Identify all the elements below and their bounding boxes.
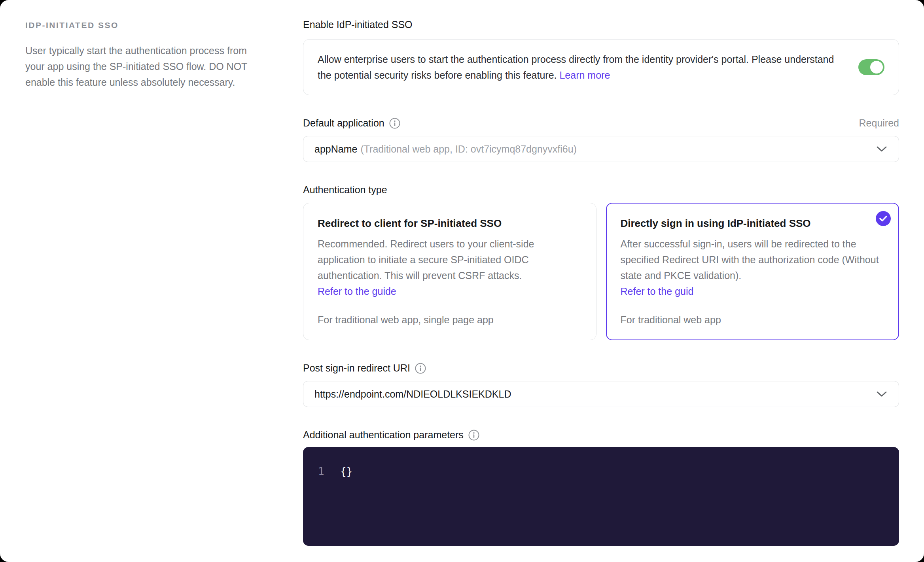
enable-idp-sso-description: Allow enterprise users to start the auth…: [318, 51, 844, 83]
select-value-secondary: (Traditional web app, ID: ovt7icymq87dgn…: [360, 143, 577, 155]
redirect-uri-select[interactable]: https://endpoint.com/NDIEOLDLKSIEKDKLD: [303, 381, 899, 407]
enable-idp-sso-label: Enable IdP-initiated SSO: [303, 19, 899, 30]
idp-sso-section: IDP-INITIATED SSO User typically start t…: [0, 0, 924, 546]
section-heading: IDP-INITIATED SSO: [25, 21, 263, 30]
default-application-section: Default application Required appName: [303, 117, 899, 162]
authentication-type-section: Authentication type Redirect to client f…: [303, 184, 899, 340]
section-content: Enable IdP-initiated SSO Allow enterpris…: [303, 19, 899, 546]
line-number: 1: [318, 464, 337, 479]
enable-idp-sso-card: Allow enterprise users to start the auth…: [303, 39, 899, 95]
settings-page: IDP-INITIATED SSO User typically start t…: [0, 0, 924, 562]
default-application-label: Default application: [303, 117, 400, 129]
code-line: 1 {}: [303, 464, 899, 479]
authentication-type-label: Authentication type: [303, 184, 899, 196]
enable-idp-sso-toggle[interactable]: [858, 59, 884, 75]
chevron-down-icon: [876, 145, 888, 153]
section-sidebar: IDP-INITIATED SSO User typically start t…: [25, 19, 263, 546]
info-icon[interactable]: [468, 430, 479, 441]
auth-option-idp-initiated[interactable]: Directly sign in using IdP-initiated SSO…: [606, 203, 899, 340]
redirect-uri-label: Post sign-in redirect URI: [303, 362, 899, 374]
toggle-knob: [870, 61, 883, 74]
auth-option-title: Redirect to client for SP-initiated SSO: [318, 217, 582, 230]
refer-guide-link[interactable]: Refer to the guid: [621, 286, 694, 297]
auth-option-footer: For traditional web app: [621, 314, 885, 326]
selected-check-icon: [876, 211, 891, 226]
refer-guide-link[interactable]: Refer to the guide: [318, 286, 396, 297]
default-application-select[interactable]: appName (Traditional web app, ID: ovt7ic…: [303, 136, 899, 162]
learn-more-link[interactable]: Learn more: [559, 70, 610, 81]
required-badge: Required: [859, 117, 899, 129]
additional-params-label: Additional authentication parameters: [303, 429, 899, 441]
info-icon[interactable]: [389, 118, 400, 129]
select-value-primary: appName: [314, 143, 357, 155]
select-value-primary: https://endpoint.com/NDIEOLDLKSIEKDKLD: [314, 388, 511, 400]
auth-option-sp-initiated[interactable]: Redirect to client for SP-initiated SSO …: [303, 203, 596, 340]
auth-option-description: Recommended. Redirect users to your clie…: [318, 236, 582, 299]
code-content[interactable]: {}: [340, 464, 352, 479]
auth-option-description: After successful sign-in, users will be …: [621, 236, 885, 299]
chevron-down-icon: [876, 390, 888, 398]
auth-option-title: Directly sign in using IdP-initiated SSO: [621, 217, 885, 230]
code-editor[interactable]: 1 {}: [303, 447, 899, 546]
info-icon[interactable]: [415, 363, 426, 374]
additional-params-section: Additional authentication parameters 1 {…: [303, 429, 899, 546]
redirect-uri-section: Post sign-in redirect URI https://endpoi…: [303, 362, 899, 407]
auth-option-footer: For traditional web app, single page app: [318, 314, 582, 326]
section-description: User typically start the authentication …: [25, 43, 263, 90]
